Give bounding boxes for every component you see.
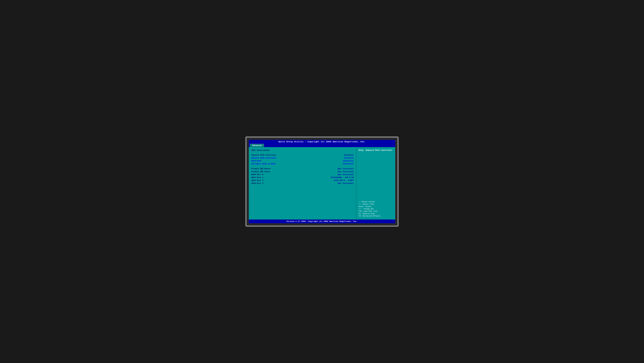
sata-mode-label: SATA Mode bbox=[252, 160, 261, 162]
sata-mode-value[interactable]: [Enhanced] bbox=[343, 160, 354, 162]
key-hint-0: ↔: Select Screen bbox=[359, 201, 393, 203]
help-title: Help: Onboard PATA Controller bbox=[359, 149, 393, 151]
device-0-label: Primary IDE Master bbox=[252, 168, 271, 170]
pata-value[interactable]: [Enabled] bbox=[344, 154, 354, 156]
key-hint-4: F10: Save ESC: Exit bbox=[359, 210, 393, 212]
sata-ctrl-label: Onboard SATA Controller bbox=[252, 157, 276, 159]
device-row-0: Primary IDE Master [Not Installed] bbox=[252, 168, 354, 170]
setting-row-sata-mode: SATA Mode [Enhanced] bbox=[252, 160, 354, 162]
device-2-value: [Not Installed] bbox=[337, 174, 354, 176]
footer-text: Version 1.17.1060. Copyright (C) 2006 Am… bbox=[286, 220, 358, 222]
key-hint-6: F9: Optimized Defaults bbox=[359, 215, 393, 217]
tab-row: Advanced bbox=[249, 144, 395, 147]
divider bbox=[252, 166, 354, 168]
right-panel: Help: Onboard PATA Controller ↔: Select … bbox=[356, 147, 395, 220]
device-3-value: ST3320620A - 320.0 GB bbox=[331, 176, 354, 179]
setting-row-sata-raid: Configure SATA as RAID [Disabled] bbox=[252, 163, 354, 165]
sata-raid-value[interactable]: [Disabled] bbox=[343, 163, 354, 165]
device-5-value: [Not Installed] bbox=[337, 182, 354, 184]
key-hint-5: F1: General Help bbox=[359, 213, 393, 215]
sata-ctrl-value[interactable]: [Enabled] bbox=[344, 157, 354, 159]
advanced-tab[interactable]: Advanced bbox=[250, 144, 264, 147]
device-3-label: SATA Port 1 bbox=[252, 176, 263, 179]
device-1-label: Primary IDE Slave bbox=[252, 171, 270, 173]
device-4-value: PLDS DVD-R - ATAPI bbox=[334, 179, 354, 182]
device-4-label: SATA Port 2 bbox=[252, 179, 263, 182]
monitor: Aptio Setup Utility - Copyright (C) 2006… bbox=[246, 137, 398, 227]
title-text: Aptio Setup Utility - Copyright (C) 2006… bbox=[278, 141, 366, 143]
left-panel: IDE Controller Onboard PATA Controller [… bbox=[249, 147, 356, 220]
setting-row-pata: Onboard PATA Controller [Enabled] bbox=[252, 154, 354, 156]
footer-bar: Version 1.17.1060. Copyright (C) 2006 Am… bbox=[249, 220, 395, 223]
key-hint-2: Enter: Select bbox=[359, 206, 393, 208]
device-row-1: Primary IDE Slave [Not Installed] bbox=[252, 171, 354, 173]
sata-raid-label: Configure SATA as RAID bbox=[252, 163, 275, 165]
bios-screen: Aptio Setup Utility - Copyright (C) 2006… bbox=[249, 140, 395, 223]
key-hints: ↔: Select Screen ↑↓: Select Item Enter: … bbox=[359, 201, 393, 217]
settings-table: Onboard PATA Controller [Enabled] Onboar… bbox=[252, 154, 354, 184]
device-row-4: SATA Port 2 PLDS DVD-R - ATAPI bbox=[252, 179, 354, 182]
pata-label: Onboard PATA Controller bbox=[252, 154, 276, 156]
device-row-5: SATA Port 3 [Not Installed] bbox=[252, 182, 354, 184]
device-row-3: SATA Port 1 ST3320620A - 320.0 GB bbox=[252, 176, 354, 179]
device-1-value: [Not Installed] bbox=[337, 171, 354, 173]
device-0-value: [Not Installed] bbox=[337, 168, 354, 170]
title-bar: Aptio Setup Utility - Copyright (C) 2006… bbox=[249, 140, 395, 144]
key-hint-3: +/-: Change Opt. bbox=[359, 208, 393, 210]
key-hint-1: ↑↓: Select Item bbox=[359, 203, 393, 205]
help-section: Help: Onboard PATA Controller bbox=[359, 149, 393, 153]
setting-row-sata-ctrl: Onboard SATA Controller [Enabled] bbox=[252, 157, 354, 159]
device-5-label: SATA Port 3 bbox=[252, 182, 263, 184]
device-row-2: SATA Port 0 [Not Installed] bbox=[252, 174, 354, 176]
main-content: IDE Controller Onboard PATA Controller [… bbox=[249, 147, 395, 220]
device-2-label: SATA Port 0 bbox=[252, 174, 263, 176]
section-title: IDE Controller bbox=[252, 149, 354, 152]
